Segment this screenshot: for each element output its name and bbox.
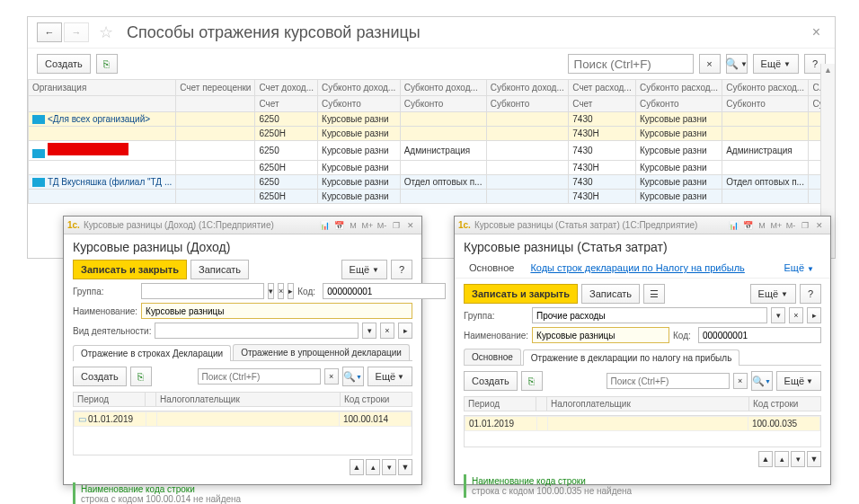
down-button[interactable]: ▾ — [382, 459, 396, 475]
window-restore-icon[interactable]: ❐ — [389, 219, 403, 232]
first-button[interactable]: ▲ — [350, 459, 364, 475]
search-icon: 🔍 — [725, 57, 739, 70]
create-button[interactable]: Создать — [73, 367, 127, 386]
m-plus-icon[interactable]: M+ — [360, 219, 375, 232]
last-button[interactable]: ▼ — [807, 451, 821, 467]
info-box: Наименование кода строки строка с кодом … — [464, 474, 821, 498]
m-icon[interactable]: M — [755, 219, 769, 232]
code-field[interactable] — [323, 283, 446, 299]
table-row[interactable]: 6250НКурсовые разни7430НКурсовые разни — [29, 127, 835, 141]
dialog-header: Курсовые разницы (Статья затрат) — [455, 234, 830, 258]
select-icon[interactable]: ▾ — [771, 307, 785, 323]
table-row[interactable]: ТД Вкусняшка (филиал "ТД ...6250Курсовые… — [29, 174, 835, 189]
save-close-button[interactable]: Записать и закрыть — [73, 260, 187, 279]
toolbar: Создать ⎘ × 🔍▼ Ещё▼ ? — [28, 49, 835, 79]
up-button[interactable]: ▴ — [775, 451, 789, 467]
table-row[interactable]: 6250НКурсовые разни7430НКурсовые разни — [29, 160, 835, 174]
dlg2-sub-area[interactable]: 01.01.2019 100.00.035 — [464, 415, 821, 447]
copy-button[interactable]: ⎘ — [521, 371, 543, 391]
copy-button[interactable]: ⎘ — [130, 367, 152, 386]
open-icon[interactable]: ▸ — [807, 307, 821, 323]
list-button[interactable]: ☰ — [643, 284, 665, 304]
window-close-icon[interactable]: ✕ — [812, 219, 827, 232]
clear-icon[interactable]: × — [278, 283, 284, 299]
up-button[interactable]: ▴ — [366, 459, 380, 475]
copy-button[interactable]: ⎘ — [96, 54, 118, 74]
more-link[interactable]: Ещё ▼ — [777, 260, 822, 276]
m-minus-icon[interactable]: M- — [375, 219, 389, 232]
dialog-titlebar[interactable]: 1c. Курсовые разницы (Статья затрат) (1С… — [455, 217, 830, 234]
favorite-icon[interactable]: ☆ — [96, 22, 116, 42]
window-close-icon[interactable]: ✕ — [403, 219, 418, 232]
forward-button[interactable]: → — [64, 22, 89, 42]
save-close-button[interactable]: Записать и закрыть — [464, 284, 578, 304]
m-icon[interactable]: M — [346, 219, 360, 232]
dialog-title-text: Курсовые разницы (Статья затрат) (1С:Пре… — [474, 220, 697, 230]
code-field[interactable] — [698, 327, 821, 343]
tab-simplified[interactable]: Отражение в упрощенной декларации — [233, 344, 410, 360]
search-clear-button[interactable]: × — [699, 54, 721, 74]
search-button[interactable]: 🔍▼ — [726, 54, 748, 74]
table-row[interactable]: 01.01.2019 100.00.035 — [465, 417, 820, 431]
save-button[interactable]: Записать — [581, 284, 640, 304]
info-text: строка с кодом 100.00.014 не найдена — [81, 494, 407, 504]
calendar-icon[interactable]: 📅 — [332, 219, 346, 232]
down-button[interactable]: ▾ — [791, 451, 805, 467]
activity-label: Вид деятельности: — [73, 326, 151, 336]
close-icon[interactable]: × — [807, 24, 826, 40]
more-button[interactable]: Ещё▼ — [341, 260, 387, 279]
info-title: Наименование кода строки — [472, 476, 816, 486]
create-button[interactable]: Создать — [37, 54, 91, 74]
name-label: Наименование: — [73, 306, 137, 316]
tab-declaration[interactable]: Отражение в строках Декларации — [73, 345, 231, 361]
clear-icon[interactable]: × — [380, 323, 394, 339]
clear-icon[interactable]: × — [789, 307, 803, 323]
select-icon[interactable]: ▾ — [362, 323, 376, 339]
m-minus-icon[interactable]: M- — [784, 219, 798, 232]
more-button[interactable]: Ещё▼ — [368, 367, 412, 386]
more-button[interactable]: Ещё▼ — [776, 371, 821, 391]
clear-icon[interactable]: × — [324, 368, 339, 385]
window-restore-icon[interactable]: ❐ — [798, 219, 812, 232]
table-row[interactable]: 6250НКурсовые разни7430НКурсовые разни — [29, 190, 835, 204]
group-field[interactable] — [532, 307, 767, 323]
dlg1-sub-area[interactable]: ▭01.01.2019 100.00.014 — [73, 411, 412, 455]
nav-link[interactable]: Коды строк декларации по Налогу на прибы… — [523, 260, 751, 276]
search-button[interactable]: 🔍▼ — [342, 367, 364, 386]
help-button[interactable]: ? — [800, 284, 821, 304]
sub-search[interactable] — [607, 373, 730, 389]
save-button[interactable]: Записать — [190, 260, 249, 279]
create-button[interactable]: Создать — [464, 371, 518, 391]
m-plus-icon[interactable]: M+ — [769, 219, 784, 232]
group-field[interactable] — [141, 283, 264, 299]
more-button[interactable]: Ещё▼ — [750, 284, 796, 304]
more-button[interactable]: Ещё▼ — [753, 54, 799, 74]
dialog-titlebar[interactable]: 1c. Курсовые разницы (Доход) (1С:Предпри… — [64, 217, 421, 234]
open-icon[interactable]: ▸ — [398, 323, 412, 339]
title-row: ← → ☆ Способы отражения курсовой разницы… — [28, 17, 835, 49]
clear-icon[interactable]: × — [733, 373, 748, 389]
dialog-title-text: Курсовые разницы (Доход) (1С:Предприятие… — [84, 220, 274, 230]
open-icon[interactable]: ▸ — [288, 283, 294, 299]
select-icon[interactable]: ▾ — [268, 283, 274, 299]
help-button[interactable]: ? — [391, 260, 412, 279]
calc-icon[interactable]: 📊 — [317, 219, 332, 232]
activity-field[interactable] — [155, 323, 359, 339]
name-field[interactable] — [141, 303, 412, 319]
search-input[interactable] — [568, 54, 694, 74]
calc-icon[interactable]: 📊 — [726, 219, 740, 232]
first-button[interactable]: ▲ — [758, 451, 773, 467]
table-row[interactable]: 6250Курсовые разниАдминистрация7430Курсо… — [29, 141, 835, 160]
tab-declaration[interactable]: Отражение в декларации по налогу на приб… — [523, 349, 740, 366]
search-button[interactable]: 🔍▼ — [751, 371, 773, 391]
table-row[interactable]: ▭01.01.2019 100.00.014 — [75, 412, 412, 427]
sub-search[interactable] — [198, 368, 321, 385]
back-button[interactable]: ← — [37, 22, 62, 42]
last-button[interactable]: ▼ — [398, 459, 412, 475]
dlg1-tabs: Отражение в строках Декларации Отражение… — [73, 344, 412, 361]
nav-main[interactable]: Основное — [464, 261, 519, 275]
calendar-icon[interactable]: 📅 — [740, 219, 755, 232]
name-field[interactable] — [532, 327, 669, 343]
table-row[interactable]: <Для всех организаций>6250Курсовые разни… — [29, 112, 835, 127]
tab-main[interactable]: Основное — [464, 349, 521, 365]
